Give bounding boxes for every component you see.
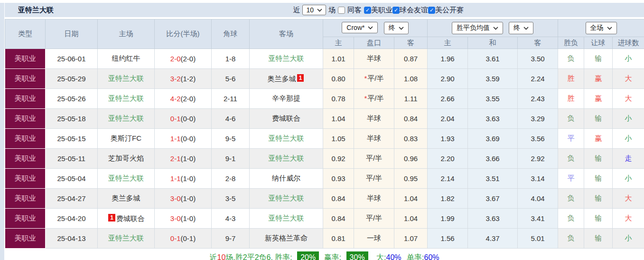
home-team-cell[interactable]: 亚特兰大联 (98, 69, 155, 89)
date-cell: 25-04-20 (46, 209, 98, 229)
score-cell[interactable]: 4-2(2-0) (155, 89, 212, 109)
outcome-cell: 负 (558, 189, 584, 209)
header-group-row: 类型 日期 主场 比分(半场) 角球 客场 Crow* 终 (5, 19, 644, 37)
home-team-cell[interactable]: 纽约红牛 (98, 49, 155, 69)
league-filter-label: 球会友谊 (400, 6, 428, 15)
subcol-euro-away: 客 (518, 37, 558, 49)
table-row: 美职业25-05-04亚特兰大联1-1(1-0)2-8纳什威尔0.93平/半0.… (5, 169, 644, 189)
score-cell[interactable]: 1-1(0-0) (155, 129, 212, 149)
away-team-cell[interactable]: 纳什威尔 (250, 169, 323, 189)
home-team-cell[interactable]: 芝加哥火焰 (98, 149, 155, 169)
corner-cell: 2-11 (212, 89, 250, 109)
league-cell: 美职业 (5, 229, 46, 249)
date-cell: 25-05-11 (46, 149, 98, 169)
home-team-cell[interactable]: 亚特兰大联 (98, 229, 155, 249)
footer-count: 10 (217, 253, 225, 260)
outcome-cell: 负 (558, 109, 584, 129)
euro-draw-odds-cell: 3.59 (468, 69, 518, 89)
asia-away-odds-cell: 0.95 (394, 169, 428, 189)
chevron-down-icon (493, 27, 498, 30)
asia-away-odds-cell: 1.04 (394, 189, 428, 209)
away-team-cell[interactable]: 亚特兰大联 (250, 129, 323, 149)
league-cell: 美职业 (5, 49, 46, 69)
handicap-result-cell: 赢 (584, 89, 613, 109)
away-team-cell[interactable]: 辛辛那提 (250, 89, 323, 109)
score-cell[interactable]: 1-1(1-0) (155, 169, 212, 189)
unit-label: 场 (328, 6, 336, 15)
corner-cell: 2-8 (212, 169, 250, 189)
subcol-euro-draw: 和 (468, 37, 518, 49)
halftime-score: (2-0) (181, 95, 196, 103)
euro-draw-odds-cell: 3.69 (468, 129, 518, 149)
score-cell[interactable]: 0-1(0-0) (155, 109, 212, 129)
score-cell[interactable]: 0-1(0-1) (155, 229, 212, 249)
away-team-cell[interactable]: 新英格兰革命 (250, 229, 323, 249)
asia-status-select-value: 终 (389, 24, 395, 32)
chevron-down-icon (523, 27, 529, 30)
match-history-table: 类型 日期 主场 比分(半场) 角球 客场 Crow* 终 (5, 19, 644, 249)
team-name: 纳什威尔 (272, 174, 300, 182)
euro-home-odds-cell: 1.96 (428, 49, 468, 69)
halftime-score: (1-0) (181, 194, 196, 202)
team-name: 亚特兰大联 (269, 194, 304, 202)
league-cell: 美职业 (5, 189, 46, 209)
team-name: 亚特兰大联 (108, 114, 144, 122)
away-team-cell[interactable]: 亚特兰大联 (250, 209, 323, 229)
euro-away-odds-cell: 3.41 (518, 209, 558, 229)
goals-result-cell: 小 (613, 49, 644, 69)
handicap-cell: 一球 (354, 229, 394, 249)
away-team-cell[interactable]: 亚特兰大联 (250, 149, 323, 169)
date-cell: 25-04-27 (46, 189, 98, 209)
home-team-cell[interactable]: 亚特兰大联 (98, 109, 155, 129)
score-cell[interactable]: 3-2(1-2) (155, 69, 212, 89)
asia-away-odds-cell: 0.83 (394, 129, 428, 149)
league-filter-checkbox[interactable] (428, 7, 435, 14)
europe-avg-select[interactable]: 胜平负均值 (452, 22, 503, 34)
same-away-checkbox[interactable] (338, 7, 345, 14)
score-cell[interactable]: 3-0(1-0) (155, 189, 212, 209)
away-team-cell[interactable]: 费城联合 (250, 109, 323, 129)
recent-count-select[interactable]: 10 (302, 5, 326, 15)
away-team-cell[interactable]: 亚特兰大联 (250, 49, 323, 69)
recent-label: 近 (293, 6, 300, 15)
league-filter-checkbox[interactable] (392, 7, 400, 14)
euro-draw-odds-cell: 3.63 (468, 209, 518, 229)
europe-status-select[interactable]: 终 (509, 22, 533, 34)
asia-status-select[interactable]: 终 (384, 22, 409, 34)
home-team-cell[interactable]: 1费城联合 (98, 209, 155, 229)
euro-draw-odds-cell: 3.66 (468, 149, 518, 169)
league-filter-checkbox[interactable] (364, 7, 371, 14)
away-team-cell[interactable]: 亚特兰大联 (250, 189, 323, 209)
euro-draw-odds-cell: 3.63 (468, 109, 518, 129)
note-badge: 1 (108, 214, 115, 221)
goals-result-cell: 大 (613, 189, 644, 209)
goals-result-cell: 小 (613, 169, 644, 189)
euro-away-odds-cell: 3.29 (518, 109, 558, 129)
score-cell[interactable]: 2-0(2-0) (155, 49, 212, 69)
date-cell: 25-04-13 (46, 229, 98, 249)
score-cell[interactable]: 2-1(1-0) (155, 149, 212, 169)
euro-home-odds-cell: 2.04 (428, 109, 468, 129)
subcol-euro-home: 主 (428, 37, 468, 49)
team-name: 亚特兰大联 (269, 154, 304, 162)
table-row: 美职业25-05-29亚特兰大联3-2(1-2)5-6奥兰多城10.80*平/半… (5, 69, 644, 89)
table-row: 美职业25-04-13亚特兰大联0-1(0-1)9-7新英格兰革命0.81一球1… (5, 229, 644, 249)
halftime-score: (1-0) (181, 174, 196, 183)
table-row: 美职业25-05-15奥斯汀FC1-1(0-0)9-5亚特兰大联1.05半球0.… (5, 129, 644, 149)
home-team-cell[interactable]: 亚特兰大联 (98, 169, 155, 189)
handicap-result-cell: 输 (584, 149, 613, 169)
league-cell: 美职业 (5, 109, 46, 129)
away-team-cell[interactable]: 奥兰多城1 (250, 69, 323, 89)
date-cell: 25-05-04 (46, 169, 98, 189)
recent-count-value: 10 (306, 6, 314, 14)
asia-home-odds-cell: 0.81 (323, 229, 354, 249)
home-team-cell[interactable]: 奥兰多城 (98, 189, 155, 209)
home-team-cell[interactable]: 亚特兰大联 (98, 89, 155, 109)
score-cell[interactable]: 3-0(1-0) (155, 209, 212, 229)
home-team-cell[interactable]: 奥斯汀FC (98, 129, 155, 149)
period-select[interactable]: 全场 (586, 22, 617, 34)
league-cell: 美职业 (5, 129, 46, 149)
bookmaker-select[interactable]: Crow* (342, 22, 378, 33)
asia-home-odds-cell: 0.84 (323, 209, 354, 229)
subcol-handicap-result: 让球 (584, 37, 613, 49)
